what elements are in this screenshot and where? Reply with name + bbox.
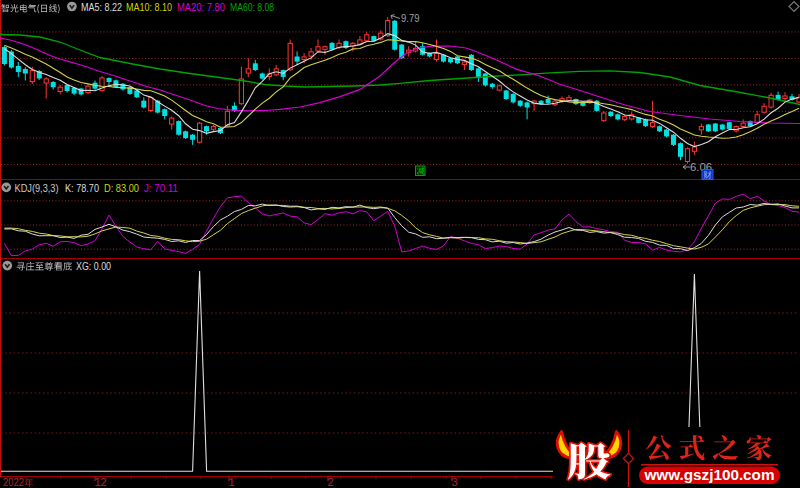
svg-text:K: 78.70: K: 78.70 xyxy=(65,182,99,194)
svg-text:MA60: 8.08: MA60: 8.08 xyxy=(230,1,274,13)
svg-text:KDJ(9,3,3): KDJ(9,3,3) xyxy=(15,182,59,194)
svg-text:MA5: 8.22: MA5: 8.22 xyxy=(81,1,122,13)
svg-text:9.79: 9.79 xyxy=(401,12,420,24)
svg-text:2022: 2022 xyxy=(3,476,24,488)
svg-text:D: 83.00: D: 83.00 xyxy=(104,182,139,194)
svg-text:MA10: 8.10: MA10: 8.10 xyxy=(126,1,172,13)
svg-text:www.gszj100.com: www.gszj100.com xyxy=(643,467,774,483)
svg-text:MA20: 7.80: MA20: 7.80 xyxy=(177,1,225,13)
svg-text:XG: 0.00: XG: 0.00 xyxy=(76,260,111,272)
svg-text:J: 70.11: J: 70.11 xyxy=(144,182,178,194)
